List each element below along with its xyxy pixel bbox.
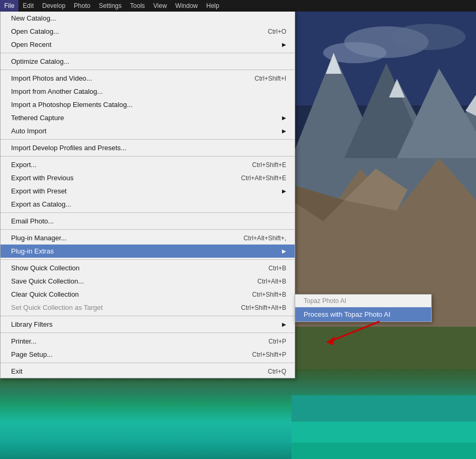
separator-5 bbox=[1, 212, 295, 213]
menubar-tools[interactable]: Tools bbox=[126, 0, 149, 12]
menu-import-profiles[interactable]: Import Develop Profiles and Presets... bbox=[1, 141, 295, 154]
menu-exit[interactable]: Exit Ctrl+Q bbox=[1, 365, 295, 378]
menubar-view[interactable]: View bbox=[149, 0, 171, 12]
separator-8 bbox=[1, 316, 295, 316]
separator-9 bbox=[1, 333, 295, 333]
menu-import-photos[interactable]: Import Photos and Video... Ctrl+Shift+I bbox=[1, 72, 295, 85]
annotation-arrow bbox=[295, 311, 401, 353]
menubar-develop[interactable]: Develop bbox=[38, 0, 70, 12]
menu-export-catalog[interactable]: Export as Catalog... bbox=[1, 198, 295, 211]
menu-optimize-catalog[interactable]: Optimize Catalog... bbox=[1, 55, 295, 68]
menu-clear-quick[interactable]: Clear Quick Collection Ctrl+Shift+B bbox=[1, 288, 295, 301]
svg-point-4 bbox=[392, 24, 465, 50]
menu-auto-import[interactable]: Auto Import ▶ bbox=[1, 124, 295, 138]
separator-6 bbox=[1, 229, 295, 230]
menu-import-catalog[interactable]: Import from Another Catalog... bbox=[1, 85, 295, 98]
menu-show-quick[interactable]: Show Quick Collection Ctrl+B bbox=[1, 261, 295, 275]
menu-page-setup[interactable]: Page Setup... Ctrl+Shift+P bbox=[1, 348, 295, 361]
menu-library-filters[interactable]: Library Filters ▶ bbox=[1, 318, 295, 331]
menu-open-recent[interactable]: Open Recent ▶ bbox=[1, 38, 295, 51]
menu-set-quick: Set Quick Collection as Target Ctrl+Shif… bbox=[1, 301, 295, 314]
menu-email-photo[interactable]: Email Photo... bbox=[1, 214, 295, 228]
svg-marker-19 bbox=[327, 336, 335, 345]
menu-tethered-capture[interactable]: Tethered Capture ▶ bbox=[1, 111, 295, 124]
menu-new-catalog[interactable]: New Catalog... bbox=[1, 12, 295, 25]
menubar-window[interactable]: Window bbox=[171, 0, 202, 12]
menu-open-catalog[interactable]: Open Catalog... Ctrl+O bbox=[1, 25, 295, 38]
mountain-scene bbox=[292, 0, 476, 459]
file-menu: New Catalog... Open Catalog... Ctrl+O Op… bbox=[0, 12, 295, 378]
menubar-photo[interactable]: Photo bbox=[70, 0, 94, 12]
menu-export-previous[interactable]: Export with Previous Ctrl+Alt+Shift+E bbox=[1, 171, 295, 184]
menubar-file[interactable]: File bbox=[0, 0, 18, 12]
menu-bar: File Edit Develop Photo Settings Tools V… bbox=[0, 0, 476, 12]
svg-line-18 bbox=[327, 321, 380, 343]
svg-rect-17 bbox=[292, 443, 476, 459]
menu-export-preset[interactable]: Export with Preset ▶ bbox=[1, 184, 295, 198]
separator-7 bbox=[1, 259, 295, 260]
menu-save-quick[interactable]: Save Quick Collection... Ctrl+Alt+B bbox=[1, 275, 295, 288]
menu-import-photoshop[interactable]: Import a Photoshop Elements Catalog... bbox=[1, 98, 295, 111]
menubar-settings[interactable]: Settings bbox=[94, 0, 125, 12]
separator-3 bbox=[1, 139, 295, 140]
menu-printer[interactable]: Printer... Ctrl+P bbox=[1, 335, 295, 348]
separator-4 bbox=[1, 156, 295, 157]
submenu-header: Topaz Photo AI bbox=[295, 295, 431, 307]
separator-1 bbox=[1, 53, 295, 53]
separator-10 bbox=[1, 363, 295, 363]
menu-export[interactable]: Export... Ctrl+Shift+E bbox=[1, 158, 295, 171]
separator-2 bbox=[1, 70, 295, 70]
menubar-help[interactable]: Help bbox=[202, 0, 224, 12]
menu-plugin-manager[interactable]: Plug-in Manager... Ctrl+Alt+Shift+, bbox=[1, 231, 295, 245]
menu-plugin-extras[interactable]: Plug-in Extras ▶ bbox=[1, 245, 295, 258]
menubar-edit[interactable]: Edit bbox=[18, 0, 38, 12]
